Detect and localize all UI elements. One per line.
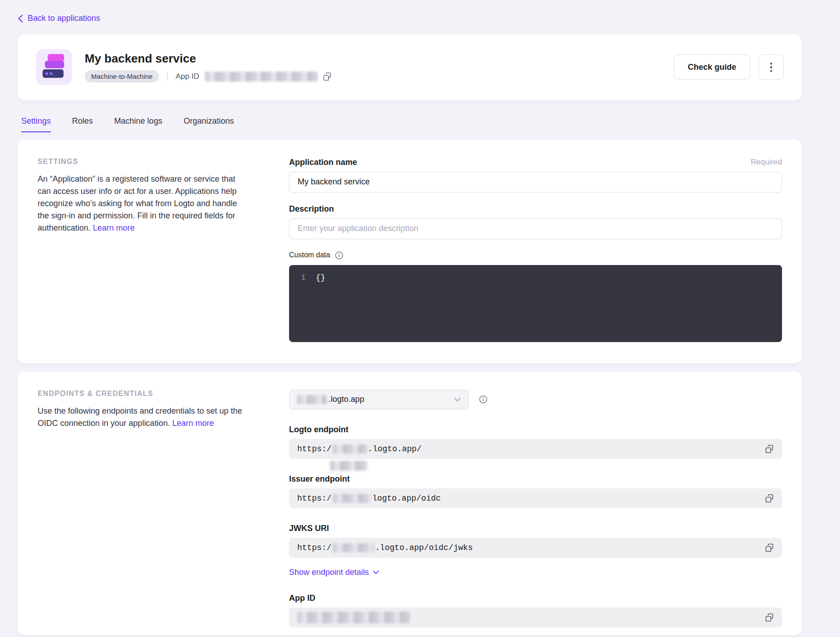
app-id-label: App ID [176,72,199,81]
app-id-field [289,608,782,627]
custom-data-editor[interactable]: 1{} [289,265,782,342]
app-header-card: My backend service Machine-to-Machine | … [18,34,802,100]
copy-logto-endpoint-button[interactable] [765,444,774,454]
header-actions: Check guide ⋮ [674,54,784,80]
show-endpoint-details-label: Show endpoint details [289,568,369,577]
endpoint-tenant-redacted [333,494,372,503]
meta-divider: | [166,72,169,81]
settings-form-column: Application name Required Description Cu… [289,158,782,343]
endpoints-form-column: .logto.app Logto endpoint https:/ .logto… [289,390,782,627]
endpoint-suffix: .logto.app/oidc/jwks [375,543,473,552]
machine-to-machine-app-icon [36,49,72,85]
custom-data-label-row: Custom data [289,251,782,260]
description-label: Description [289,204,782,214]
jwks-uri-field: https:/ .logto.app/oidc/jwks [289,538,782,558]
app-header-info: My backend service Machine-to-Machine | … [85,52,332,82]
endpoints-section-description: Use the following endpoints and credenti… [38,405,247,429]
application-name-label-row: Application name Required [289,158,782,167]
description-input[interactable] [289,218,782,239]
custom-data-label: Custom data [289,251,330,259]
logto-endpoint-field: https:/ .logto.app/ [289,439,782,459]
endpoints-section-heading: ENDPOINTS & CREDENTIALS [38,390,247,398]
editor-line-number: 1 [289,273,306,282]
page-content: Back to applications My backend service … [18,0,802,635]
required-indicator: Required [751,158,782,167]
back-to-applications-link[interactable]: Back to applications [18,14,100,23]
endpoint-tenant-redacted [333,444,367,454]
domain-select-row: .logto.app [289,390,782,410]
settings-section-heading: SETTINGS [38,158,247,166]
editor-code: {} [316,273,326,282]
copy-jwks-uri-button[interactable] [765,543,774,552]
app-header-meta: Machine-to-Machine | App ID [85,70,332,82]
endpoint-prefix: https:/ [297,543,332,552]
endpoint-tenant-redacted [333,543,374,552]
jwks-uri-label: JWKS URI [289,524,782,533]
redaction-artifact [330,461,368,471]
chevron-left-icon [18,14,23,23]
tab-bar: Settings Roles Machine logs Organization… [18,116,802,132]
back-link-label: Back to applications [28,14,100,23]
copy-app-id-field-button[interactable] [765,613,774,622]
issuer-endpoint-field: https:/ logto.app/oidc [289,488,782,508]
copy-app-id-button[interactable] [323,72,332,81]
show-endpoint-details-link[interactable]: Show endpoint details [289,568,379,577]
tab-roles[interactable]: Roles [72,116,93,132]
endpoint-prefix: https:/ [297,494,332,503]
tab-settings[interactable]: Settings [21,116,51,132]
application-name-input[interactable] [289,172,782,193]
app-type-badge: Machine-to-Machine [85,70,159,82]
info-icon[interactable] [335,251,343,260]
endpoints-description-column: ENDPOINTS & CREDENTIALS Use the followin… [38,390,247,627]
endpoint-suffix: .logto.app/ [368,444,422,454]
check-guide-button[interactable]: Check guide [674,54,750,80]
app-title: My backend service [85,52,332,66]
kebab-icon: ⋮ [766,61,777,73]
settings-card: SETTINGS An “Application” is a registere… [18,140,802,363]
settings-description-column: SETTINGS An “Application” is a registere… [38,158,247,343]
chevron-down-icon [454,397,461,402]
app-id-value-redacted [205,72,318,82]
endpoints-learn-more-link[interactable]: Learn more [172,419,214,428]
settings-description-text: An “Application” is a registered softwar… [38,174,237,232]
app-id-field-label: App ID [289,594,782,603]
endpoint-suffix: logto.app/oidc [372,494,441,503]
tab-machine-logs[interactable]: Machine logs [114,116,162,132]
domain-select-value: .logto.app [328,395,364,404]
issuer-endpoint-label: Issuer endpoint [289,474,782,484]
tab-organizations[interactable]: Organizations [183,116,234,132]
domain-tenant-redacted [297,395,327,404]
settings-section-description: An “Application” is a registered softwar… [38,173,247,234]
endpoint-prefix: https:/ [297,444,332,454]
more-options-button[interactable]: ⋮ [758,54,784,80]
application-name-label: Application name [289,158,357,167]
chevron-down-icon [373,570,379,574]
logto-endpoint-label: Logto endpoint [289,425,782,434]
info-icon[interactable] [479,395,488,404]
endpoints-credentials-card: ENDPOINTS & CREDENTIALS Use the followin… [18,372,802,635]
app-id-value-redacted [297,612,410,623]
settings-learn-more-link[interactable]: Learn more [93,223,135,232]
copy-issuer-endpoint-button[interactable] [765,494,774,503]
domain-select[interactable]: .logto.app [289,390,469,410]
